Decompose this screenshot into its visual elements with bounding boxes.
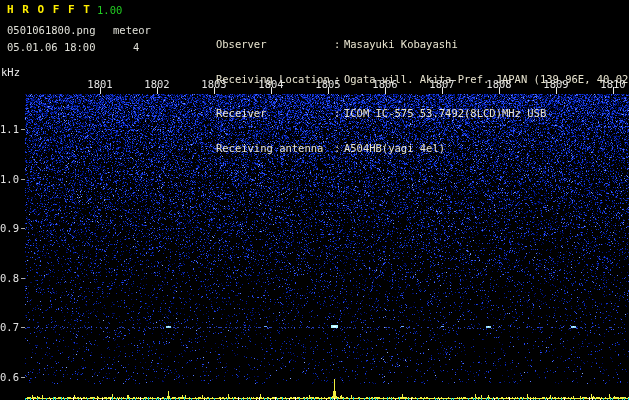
info-value: A504HB(yagi 4el) — [344, 142, 445, 154]
time-tick-label: 1808 — [484, 78, 514, 90]
info-label: Receiving antenna — [216, 143, 334, 155]
freq-tick-label: 1.0 — [0, 173, 19, 185]
observation-mode-label: meteor — [113, 24, 151, 36]
time-tick-label: 1810 — [598, 78, 628, 90]
app-version: 1.00 — [97, 4, 122, 16]
info-row-antenna: Receiving antenna:A504HB(yagi 4el) — [178, 132, 629, 144]
info-label: Receiver — [216, 108, 334, 120]
freq-tick-label: 0.6 — [0, 371, 19, 383]
app-title: H R O F F T — [7, 3, 91, 16]
time-tick-label: 1805 — [313, 78, 343, 90]
info-value: Masayuki Kobayashi — [344, 38, 458, 50]
time-tick-label: 1809 — [541, 78, 571, 90]
info-label: Observer — [216, 39, 334, 51]
hrofft-screen: H R O F F T 1.00 0501061800.png meteor 0… — [0, 0, 629, 400]
output-filename: 0501061800.png — [7, 24, 96, 36]
info-colon: : — [334, 39, 344, 51]
info-row-observer: Observer:Masayuki Kobayashi — [178, 27, 629, 39]
time-tick-label: 1802 — [142, 78, 172, 90]
time-tick-label: 1807 — [427, 78, 457, 90]
y-axis-unit-label: kHz — [1, 66, 20, 78]
freq-tick-label: 0.7 — [0, 321, 19, 333]
freq-tick-label: 0.8 — [0, 272, 19, 284]
freq-tick-label: 1.1 — [0, 123, 19, 135]
info-row-location: Receiving Location:Ogata-vill. Akita-Pre… — [178, 62, 629, 74]
info-colon: : — [334, 143, 344, 155]
observation-datetime: 05.01.06 18:00 — [7, 41, 96, 53]
time-tick-label: 1801 — [85, 78, 115, 90]
meteor-count: 4 — [133, 41, 139, 53]
freq-tick-label: 0.9 — [0, 222, 19, 234]
info-colon: : — [334, 108, 344, 120]
info-row-receiver: Receiver:ICOM IC-575 53.7492(8LCD)MHz US… — [178, 97, 629, 109]
info-value: ICOM IC-575 53.7492(8LCD)MHz USB — [344, 107, 546, 119]
time-tick-label: 1803 — [199, 78, 229, 90]
time-tick-label: 1804 — [256, 78, 286, 90]
time-tick-label: 1806 — [370, 78, 400, 90]
